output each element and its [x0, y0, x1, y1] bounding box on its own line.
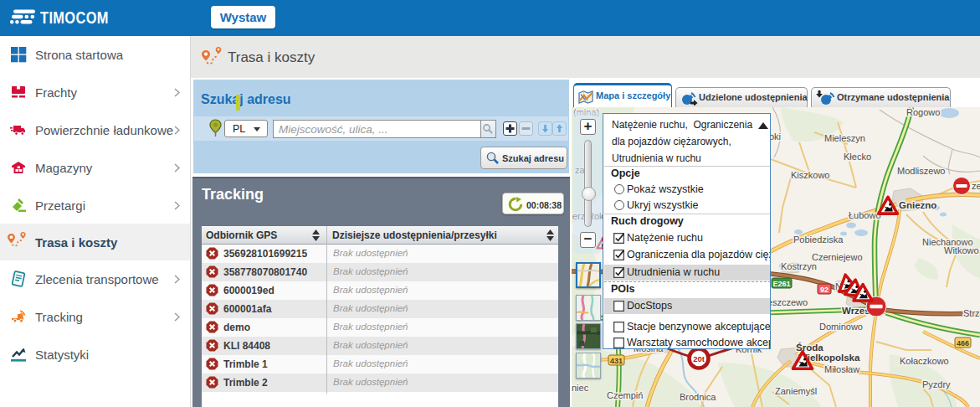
svg-text:niec: niec [572, 383, 589, 393]
svg-text:ze: ze [972, 181, 980, 191]
svg-text:431: 431 [610, 357, 623, 365]
svg-text:Środa: Środa [796, 343, 824, 353]
svg-text:Kostrzyn: Kostrzyn [781, 261, 817, 271]
svg-text:Mieleszyn: Mieleszyn [824, 133, 865, 143]
svg-text:Rogowo: Rogowo [906, 107, 940, 117]
svg-text:Łubowo: Łubowo [849, 210, 881, 220]
svg-text:Zaniemyśl: Zaniemyśl [775, 386, 817, 396]
svg-text:Miłosław: Miłosław [824, 364, 859, 374]
svg-text:Czempiń: Czempiń [607, 390, 643, 400]
svg-text:Kłecko: Kłecko [844, 152, 871, 162]
svg-text:Pobiedziska: Pobiedziska [793, 234, 844, 245]
svg-text:92: 92 [820, 286, 829, 294]
svg-text:Brodnica: Brodnica [680, 392, 716, 402]
svg-text:E261: E261 [772, 280, 790, 288]
svg-text:20t: 20t [693, 354, 705, 363]
svg-text:Gniezno: Gniezno [899, 200, 936, 210]
svg-text:Kołaczkowo: Kołaczkowo [900, 356, 949, 366]
svg-text:Czerniejewo: Czerniejewo [812, 252, 863, 262]
svg-text:466: 466 [957, 339, 969, 348]
svg-text:Dominowo: Dominowo [819, 322, 863, 332]
svg-text:Kiszkowo: Kiszkowo [791, 170, 829, 180]
svg-text:Modliszewo: Modliszewo [897, 166, 945, 176]
svg-text:Pyzdry: Pyzdry [922, 379, 951, 389]
svg-text:Witkowo: Witkowo [944, 245, 979, 255]
svg-text:Strza: Strza [963, 308, 980, 318]
